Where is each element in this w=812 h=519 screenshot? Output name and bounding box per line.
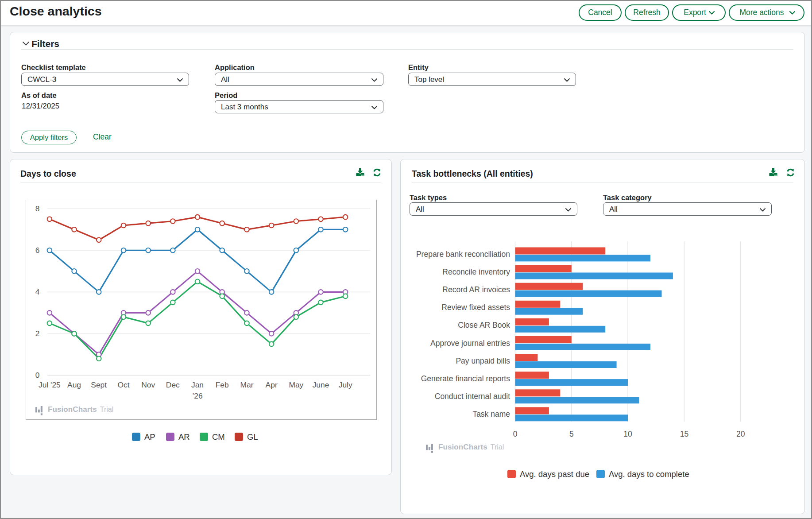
svg-text:Reconcile inventory: Reconcile inventory (442, 267, 510, 276)
svg-text:Task name: Task name (472, 410, 510, 418)
svg-text:Sept: Sept (91, 380, 107, 389)
svg-text:June: June (313, 380, 329, 389)
svg-text:5: 5 (569, 430, 574, 438)
svg-text:Approve journal entries: Approve journal entries (430, 339, 510, 348)
svg-text:Aug: Aug (67, 380, 81, 389)
svg-text:8: 8 (35, 204, 40, 213)
svg-text:20: 20 (736, 430, 745, 438)
svg-text:15: 15 (680, 430, 688, 438)
svg-text:4: 4 (35, 287, 40, 296)
svg-text:Jan: Jan (191, 380, 204, 389)
svg-text:Review fixed assets: Review fixed assets (441, 303, 510, 312)
svg-text:2: 2 (35, 329, 40, 338)
svg-text:Nov: Nov (141, 380, 155, 389)
svg-text:6: 6 (35, 246, 40, 255)
svg-text:Oct: Oct (117, 380, 129, 389)
svg-text:Apr: Apr (266, 380, 278, 389)
svg-text:Conduct internal audit: Conduct internal audit (435, 392, 510, 401)
svg-text:10: 10 (623, 430, 632, 438)
svg-text:Dec: Dec (166, 380, 180, 389)
svg-text:’26: ’26 (192, 391, 202, 400)
svg-text:Prepare bank reconciliation: Prepare bank reconciliation (416, 250, 510, 259)
svg-text:May: May (289, 380, 303, 389)
svg-text:Close AR Book: Close AR Book (458, 321, 510, 329)
svg-text:Generate financial reports: Generate financial reports (421, 374, 510, 383)
svg-text:Record AR invoices: Record AR invoices (442, 285, 510, 294)
svg-text:Mar: Mar (240, 380, 253, 389)
svg-text:July: July (339, 380, 352, 389)
svg-text:Jul '25: Jul '25 (39, 380, 61, 389)
svg-text:0: 0 (513, 430, 518, 438)
svg-text:0: 0 (35, 371, 40, 380)
svg-text:Feb: Feb (216, 380, 229, 389)
svg-text:Pay unpaid bills: Pay unpaid bills (456, 356, 510, 365)
